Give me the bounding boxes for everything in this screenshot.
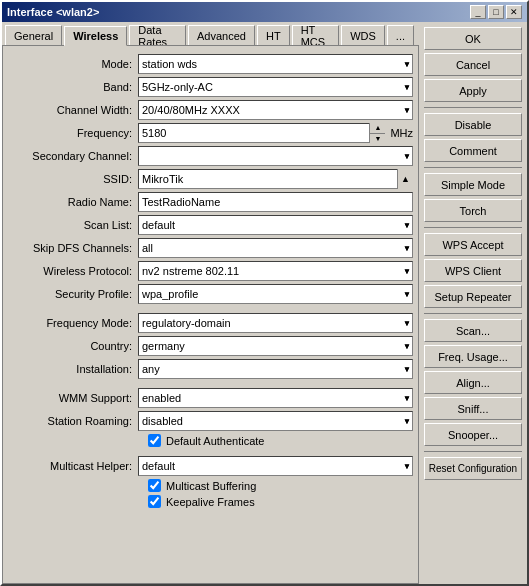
tab-wds[interactable]: WDS <box>341 25 385 45</box>
wireless-protocol-row: Wireless Protocol: nv2 nstreme 802.11 ▼ <box>8 261 413 281</box>
mhz-label: MHz <box>390 127 413 139</box>
tab-ht-mcs[interactable]: HT MCS <box>292 25 340 45</box>
frequency-mode-label: Frequency Mode: <box>8 317 138 329</box>
align-button[interactable]: Align... <box>424 371 522 394</box>
tab-ht[interactable]: HT <box>257 25 290 45</box>
ssid-dropdown-arrow[interactable]: ▲ <box>397 169 413 189</box>
tab-content-wireless: Mode: station wds ▼ Band: <box>2 45 419 584</box>
channel-width-row: Channel Width: 20/40/80MHz XXXX ▼ <box>8 100 413 120</box>
mode-row: Mode: station wds ▼ <box>8 54 413 74</box>
close-button[interactable]: ✕ <box>506 5 522 19</box>
frequency-mode-select-wrapper: regulatory-domain ▼ <box>138 313 413 333</box>
band-row: Band: 5GHz-only-AC ▼ <box>8 77 413 97</box>
scan-button[interactable]: Scan... <box>424 319 522 342</box>
minimize-button[interactable]: _ <box>470 5 486 19</box>
default-authenticate-checkbox[interactable] <box>148 434 161 447</box>
mode-select-wrapper: station wds ▼ <box>138 54 413 74</box>
installation-select[interactable]: any <box>138 359 413 379</box>
country-select[interactable]: germany <box>138 336 413 356</box>
main-panel: General Wireless Data Rates Advanced HT … <box>2 22 419 584</box>
keepalive-frames-label: Keepalive Frames <box>166 496 255 508</box>
skip-dfs-control: all ▼ <box>138 238 413 258</box>
frequency-mode-row: Frequency Mode: regulatory-domain ▼ <box>8 313 413 333</box>
scan-list-control: default ▼ <box>138 215 413 235</box>
multicast-helper-select-wrapper: default ▼ <box>138 456 413 476</box>
skip-dfs-select[interactable]: all <box>138 238 413 258</box>
wmm-support-row: WMM Support: enabled ▼ <box>8 388 413 408</box>
snooper-button[interactable]: Snooper... <box>424 423 522 446</box>
band-select[interactable]: 5GHz-only-AC <box>138 77 413 97</box>
default-authenticate-row: Default Authenticate <box>8 434 413 447</box>
apply-button[interactable]: Apply <box>424 79 522 102</box>
title-bar: Interface <wlan2> _ □ ✕ <box>2 2 527 22</box>
keepalive-frames-row: Keepalive Frames <box>8 495 413 508</box>
country-row: Country: germany ▼ <box>8 336 413 356</box>
disable-button[interactable]: Disable <box>424 113 522 136</box>
skip-dfs-row: Skip DFS Channels: all ▼ <box>8 238 413 258</box>
multicast-helper-select[interactable]: default <box>138 456 413 476</box>
frequency-label: Frequency: <box>8 127 138 139</box>
wmm-support-select[interactable]: enabled <box>138 388 413 408</box>
channel-width-label: Channel Width: <box>8 104 138 116</box>
tab-general[interactable]: General <box>5 25 62 45</box>
frequency-up-arrow[interactable]: ▲ <box>370 123 385 134</box>
ssid-row: SSID: ▲ <box>8 169 413 189</box>
frequency-down-arrow[interactable]: ▼ <box>370 134 385 144</box>
tab-data-rates[interactable]: Data Rates <box>129 25 186 45</box>
mode-select[interactable]: station wds <box>138 54 413 74</box>
keepalive-frames-checkbox[interactable] <box>148 495 161 508</box>
secondary-channel-label: Secondary Channel: <box>8 150 138 162</box>
freq-usage-button[interactable]: Freq. Usage... <box>424 345 522 368</box>
cancel-button[interactable]: Cancel <box>424 53 522 76</box>
comment-button[interactable]: Comment <box>424 139 522 162</box>
multicast-helper-label: Multicast Helper: <box>8 460 138 472</box>
security-profile-row: Security Profile: wpa_profile ▼ <box>8 284 413 304</box>
setup-repeater-button[interactable]: Setup Repeater <box>424 285 522 308</box>
wps-accept-button[interactable]: WPS Accept <box>424 233 522 256</box>
sniff-button[interactable]: Sniff... <box>424 397 522 420</box>
station-roaming-select[interactable]: disabled <box>138 411 413 431</box>
band-label: Band: <box>8 81 138 93</box>
channel-width-select-wrapper: 20/40/80MHz XXXX ▼ <box>138 100 413 120</box>
tab-wireless[interactable]: Wireless <box>64 26 127 46</box>
reset-configuration-button[interactable]: Reset Configuration <box>424 457 522 480</box>
scan-list-label: Scan List: <box>8 219 138 231</box>
multicast-buffering-checkbox[interactable] <box>148 479 161 492</box>
scan-list-row: Scan List: default ▼ <box>8 215 413 235</box>
tab-more[interactable]: ... <box>387 25 414 45</box>
security-profile-select[interactable]: wpa_profile <box>138 284 413 304</box>
right-panel: OK Cancel Apply Disable Comment Simple M… <box>419 22 527 584</box>
installation-row: Installation: any ▼ <box>8 359 413 379</box>
station-roaming-label: Station Roaming: <box>8 415 138 427</box>
station-roaming-control: disabled ▼ <box>138 411 413 431</box>
torch-button[interactable]: Torch <box>424 199 522 222</box>
country-label: Country: <box>8 340 138 352</box>
wps-client-button[interactable]: WPS Client <box>424 259 522 282</box>
maximize-button[interactable]: □ <box>488 5 504 19</box>
wmm-support-label: WMM Support: <box>8 392 138 404</box>
wireless-protocol-label: Wireless Protocol: <box>8 265 138 277</box>
ssid-control: ▲ <box>138 169 413 189</box>
frequency-mode-select[interactable]: regulatory-domain <box>138 313 413 333</box>
channel-width-control: 20/40/80MHz XXXX ▼ <box>138 100 413 120</box>
wmm-support-select-wrapper: enabled ▼ <box>138 388 413 408</box>
country-select-wrapper: germany ▼ <box>138 336 413 356</box>
frequency-input[interactable] <box>138 123 385 143</box>
simple-mode-button[interactable]: Simple Mode <box>424 173 522 196</box>
scan-list-select[interactable]: default <box>138 215 413 235</box>
secondary-channel-select[interactable] <box>138 146 413 166</box>
skip-dfs-label: Skip DFS Channels: <box>8 242 138 254</box>
ssid-input[interactable] <box>138 169 413 189</box>
band-select-wrapper: 5GHz-only-AC ▼ <box>138 77 413 97</box>
band-control: 5GHz-only-AC ▼ <box>138 77 413 97</box>
installation-control: any ▼ <box>138 359 413 379</box>
frequency-control: ▲ ▼ MHz <box>138 123 413 143</box>
wireless-protocol-select[interactable]: nv2 nstreme 802.11 <box>138 261 413 281</box>
title-bar-controls: _ □ ✕ <box>470 5 522 19</box>
ok-button[interactable]: OK <box>424 27 522 50</box>
tab-advanced[interactable]: Advanced <box>188 25 255 45</box>
wmm-support-control: enabled ▼ <box>138 388 413 408</box>
channel-width-select[interactable]: 20/40/80MHz XXXX <box>138 100 413 120</box>
radio-name-input[interactable] <box>138 192 413 212</box>
multicast-helper-row: Multicast Helper: default ▼ <box>8 456 413 476</box>
